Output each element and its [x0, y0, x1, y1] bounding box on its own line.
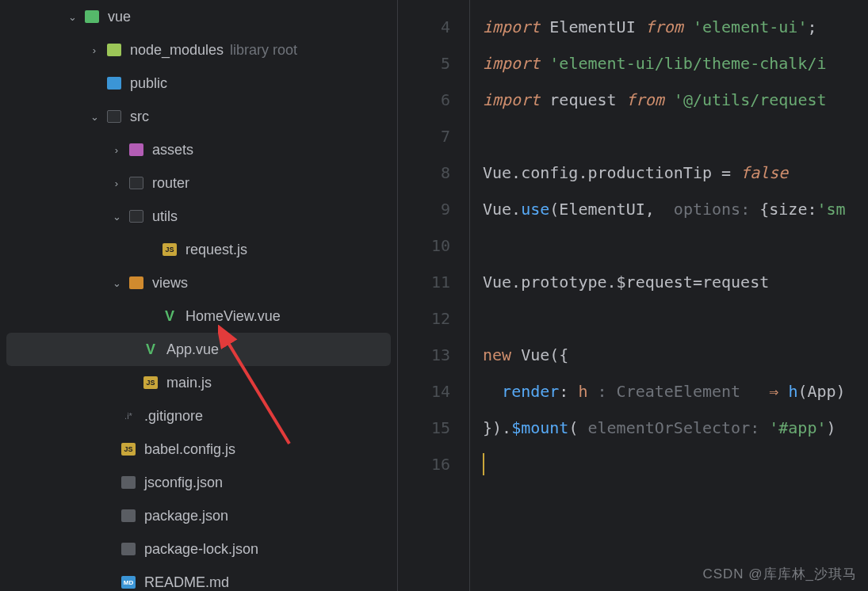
code-line[interactable]: import 'element-ui/lib/theme-chalk/i	[483, 45, 868, 82]
chevron-right-icon[interactable]: ›	[111, 177, 122, 189]
js-icon: JS	[162, 242, 178, 257]
tree-item-label: README.md	[144, 574, 229, 591]
file-gitignore[interactable]: .i*.gitignore	[0, 399, 397, 433]
tree-item-label: src	[130, 109, 149, 125]
tree-item-label: router	[152, 175, 189, 192]
folder-utils[interactable]: ⌄utils	[0, 200, 397, 233]
json-icon	[120, 541, 136, 557]
file-babel-config[interactable]: JSbabel.config.js	[0, 433, 397, 466]
code-editor[interactable]: 45678910111213141516 import ElementUI fr…	[398, 0, 868, 591]
folder-router[interactable]: ›router	[0, 166, 397, 200]
json-icon	[120, 475, 136, 490]
folder-src[interactable]: ⌄src	[0, 100, 397, 133]
code-line[interactable]: import ElementUI from 'element-ui';	[483, 9, 868, 45]
json-icon	[120, 508, 136, 524]
line-number: 11	[398, 264, 450, 300]
file-homeview-vue[interactable]: VHomeView.vue	[0, 299, 397, 333]
file-package[interactable]: package.json	[0, 499, 397, 532]
line-number: 5	[398, 45, 450, 82]
line-number: 8	[398, 154, 450, 191]
folder-views[interactable]: ⌄views	[0, 266, 397, 299]
code-line[interactable]: Vue.prototype.$request=request	[483, 264, 868, 300]
folder-orange-icon	[128, 275, 144, 291]
tree-item-label: package-lock.json	[144, 541, 258, 558]
tree-item-label: utils	[152, 208, 178, 225]
file-package-lock[interactable]: package-lock.json	[0, 532, 397, 566]
tree-item-label: .gitignore	[144, 408, 203, 425]
chevron-right-icon[interactable]: ›	[111, 144, 122, 156]
code-line[interactable]: new Vue({	[483, 337, 868, 373]
line-number: 4	[398, 9, 450, 45]
md-icon: MD	[120, 574, 136, 590]
folder-vue-icon	[84, 9, 100, 25]
line-number: 7	[398, 118, 450, 154]
vue-icon: V	[143, 341, 159, 357]
tree-item-label: App.vue	[166, 341, 219, 358]
folder-dark-icon	[128, 208, 144, 224]
file-request-js[interactable]: JSrequest.js	[0, 233, 397, 266]
tree-item-label: views	[152, 275, 188, 292]
folder-public[interactable]: public	[0, 67, 397, 100]
watermark: CSDN @库库林_沙琪马	[702, 565, 857, 583]
tree-item-label: HomeView.vue	[185, 308, 281, 325]
tree-item-label: main.js	[166, 375, 212, 391]
tree-item-label: node_modules	[130, 42, 224, 59]
code-line[interactable]: import request from '@/utils/request	[483, 82, 868, 118]
line-number: 14	[398, 373, 450, 410]
js-icon: JS	[143, 375, 159, 391]
folder-lib-icon	[106, 42, 122, 58]
code-line[interactable]	[483, 227, 868, 264]
code-line[interactable]: Vue.config.productionTip = false	[483, 154, 868, 191]
tree-item-label: vue	[108, 9, 131, 25]
chevron-down-icon[interactable]: ⌄	[67, 11, 78, 23]
tree-item-label: package.json	[144, 508, 228, 524]
chevron-down-icon[interactable]: ⌄	[111, 211, 122, 223]
line-number: 6	[398, 82, 450, 118]
code-line[interactable]: }).$mount( elementOrSelector: '#app')	[483, 410, 868, 446]
folder-assets[interactable]: ›assets	[0, 133, 397, 166]
text-cursor	[483, 453, 484, 475]
folder-purple-icon	[128, 142, 144, 158]
line-number: 16	[398, 446, 450, 482]
chevron-right-icon[interactable]: ›	[89, 44, 100, 56]
folder-dark-icon	[106, 109, 122, 124]
js-icon: JS	[120, 441, 136, 457]
line-number: 15	[398, 410, 450, 446]
folder-vue-root[interactable]: ⌄vue	[0, 0, 397, 33]
line-number: 12	[398, 300, 450, 337]
chevron-down-icon[interactable]: ⌄	[89, 111, 100, 123]
tree-item-label: request.js	[185, 242, 247, 258]
file-readme[interactable]: MDREADME.md	[0, 566, 397, 591]
folder-node-modules[interactable]: ›node_moduleslibrary root	[0, 33, 397, 67]
tree-item-label: jsconfig.json	[144, 475, 223, 491]
code-line[interactable]	[483, 446, 868, 482]
code-line[interactable]: render: h : CreateElement ⇒ h(App)	[483, 373, 868, 410]
folder-blue-icon	[106, 75, 122, 91]
folder-dark-icon	[128, 175, 144, 191]
vue-icon: V	[162, 308, 178, 324]
file-app-vue[interactable]: VApp.vue	[6, 333, 391, 366]
line-number: 10	[398, 227, 450, 264]
tree-item-label: public	[130, 75, 167, 92]
code-line[interactable]: Vue.use(ElementUI, options: {size:'sm	[483, 191, 868, 227]
file-main-js[interactable]: JSmain.js	[0, 366, 397, 399]
line-number: 13	[398, 337, 450, 373]
line-gutter: 45678910111213141516	[398, 0, 469, 591]
code-line[interactable]	[483, 118, 868, 154]
tree-item-label: babel.config.js	[144, 441, 235, 458]
line-number: 9	[398, 191, 450, 227]
gitignore-icon: .i*	[120, 408, 136, 424]
tree-item-extra: library root	[230, 42, 297, 59]
file-tree-sidebar: ⌄vue›node_moduleslibrary rootpublic⌄src›…	[0, 0, 398, 591]
file-jsconfig[interactable]: jsconfig.json	[0, 466, 397, 499]
code-line[interactable]	[483, 300, 868, 337]
chevron-down-icon[interactable]: ⌄	[111, 277, 122, 289]
tree-item-label: assets	[152, 142, 193, 158]
code-area[interactable]: import ElementUI from 'element-ui';impor…	[469, 0, 868, 591]
